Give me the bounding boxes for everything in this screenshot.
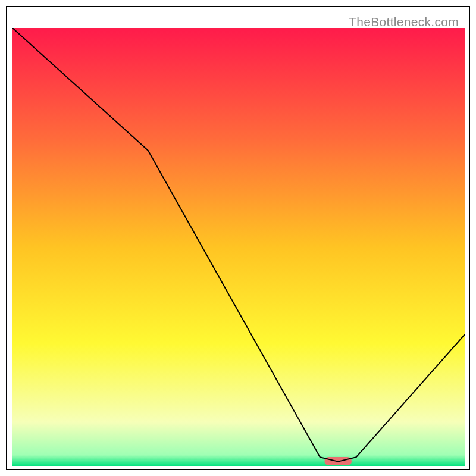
- watermark-text: TheBottleneck.com: [349, 15, 459, 29]
- gradient-background: [12, 28, 465, 466]
- chart-svg: [12, 28, 465, 466]
- outer-frame: TheBottleneck.com: [6, 6, 470, 470]
- chart-area: [12, 28, 465, 466]
